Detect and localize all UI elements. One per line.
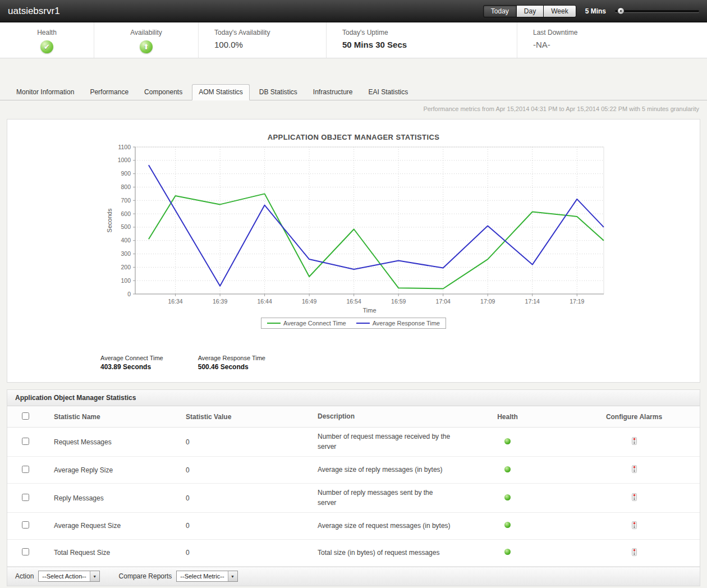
period-button-day[interactable]: Day: [516, 5, 544, 17]
status-label: Health: [37, 29, 57, 36]
statistic-description: Number of request message received by th…: [312, 428, 480, 457]
period-button-today[interactable]: Today: [483, 5, 517, 17]
tab-db-statistics[interactable]: DB Statistics: [253, 85, 304, 100]
svg-text:0: 0: [127, 291, 131, 297]
statistic-value: 0: [180, 512, 312, 539]
period-button-week[interactable]: Week: [543, 5, 576, 17]
tab-performance[interactable]: Performance: [84, 85, 135, 100]
summary-stats: Average Connect Time403.89 SecondsAverag…: [100, 355, 700, 371]
row-checkbox[interactable]: [22, 494, 29, 501]
compare-reports-label: Compare Reports: [119, 572, 172, 580]
dropdown-arrow-icon[interactable]: ▼: [228, 571, 237, 581]
configure-alarm-icon[interactable]: [632, 493, 637, 503]
stats-table-body: Request Messages0Number of request messa…: [7, 428, 700, 567]
configure-alarm-icon[interactable]: [632, 437, 637, 447]
svg-text:16:49: 16:49: [302, 298, 316, 305]
statistic-name: Total Request Size: [48, 539, 180, 566]
tab-eai-statistics[interactable]: EAI Statistics: [362, 85, 415, 100]
interval-label: 5 Mins: [585, 7, 606, 15]
statistic-name: Average Request Size: [48, 512, 180, 539]
column-header-configure-alarms: Configure Alarms: [534, 406, 700, 428]
tab-components[interactable]: Components: [138, 85, 189, 100]
tab-infrastructure[interactable]: Infrastructure: [307, 85, 359, 100]
configure-alarms-cell: [534, 484, 700, 513]
summary-value: 403.89 Seconds: [100, 363, 163, 371]
svg-text:400: 400: [121, 237, 131, 244]
legend-item-average-connect-time: Average Connect Time: [267, 320, 346, 327]
statistic-description: Total size (in bytes) of request message…: [312, 539, 480, 566]
x-axis-label: Time: [362, 307, 376, 314]
configure-alarm-icon[interactable]: [632, 548, 637, 558]
status-availability: Availability⬆: [94, 22, 199, 58]
slider-knob[interactable]: [617, 7, 625, 15]
column-header-statistic-value: Statistic Value: [180, 406, 312, 428]
row-checkbox[interactable]: [22, 438, 29, 445]
aom-chart: 01002003004005006007008009001000110016:3…: [7, 143, 700, 316]
statistic-name: Reply Messages: [48, 484, 180, 513]
header-controls: TodayDayWeek 5 Mins: [483, 5, 699, 17]
action-select[interactable]: --Select Action-- ▼: [38, 571, 99, 582]
table-row-total-request-size: Total Request Size0Total size (in bytes)…: [7, 539, 700, 566]
interval-slider[interactable]: [615, 10, 699, 12]
chart-svg: 01002003004005006007008009001000110016:3…: [7, 143, 700, 316]
row-checkbox[interactable]: [22, 548, 29, 555]
stats-table-panel: Application Object Manager Statistics St…: [7, 389, 700, 567]
legend-line-swatch: [267, 323, 281, 324]
table-row-reply-messages: Reply Messages0Number of reply messages …: [7, 484, 700, 513]
summary-label: Average Response Time: [198, 355, 265, 361]
column-header-health: Health: [480, 406, 534, 428]
summary-average-response-time: Average Response Time500.46 Seconds: [198, 355, 265, 371]
health-cell: [480, 512, 534, 539]
configure-alarm-icon[interactable]: [632, 521, 637, 531]
metrics-note: Performance metrics from Apr 15,2014 04:…: [0, 100, 707, 112]
status-value: 100.0%: [214, 40, 326, 49]
compare-metric-select[interactable]: --Select Metric-- ▼: [176, 571, 237, 582]
svg-text:16:39: 16:39: [213, 298, 227, 305]
action-select-value: --Select Action--: [39, 571, 89, 581]
row-checkbox[interactable]: [22, 521, 29, 529]
statistic-value: 0: [180, 484, 312, 513]
health-cell: [480, 484, 534, 513]
legend-line-swatch: [356, 323, 370, 324]
status-last-downtime: Last Downtime-NA-: [517, 22, 707, 58]
tab-monitor-information[interactable]: Monitor Information: [10, 85, 80, 100]
configure-alarms-cell: [534, 457, 700, 484]
summary-value: 500.46 Seconds: [198, 363, 265, 371]
svg-text:1000: 1000: [118, 157, 131, 163]
action-label: Action: [15, 572, 34, 580]
statistic-description: Average size of request messages (in byt…: [312, 512, 480, 539]
statistic-description: Number of reply messages sent by the ser…: [312, 484, 480, 513]
summary-average-connect-time: Average Connect Time403.89 Seconds: [100, 355, 163, 371]
row-checkbox-cell: [7, 512, 48, 539]
status-today-s-availability: Today's Availability100.0%: [199, 22, 327, 58]
svg-text:500: 500: [121, 223, 131, 230]
configure-alarms-cell: [534, 539, 700, 566]
svg-text:16:34: 16:34: [168, 298, 182, 305]
svg-text:100: 100: [121, 277, 131, 284]
legend-label: Average Response Time: [373, 320, 440, 327]
status-health: Health✔: [0, 22, 94, 58]
select-all-checkbox[interactable]: [22, 412, 29, 420]
health-ok-icon: [504, 466, 511, 472]
statistic-value: 0: [180, 428, 312, 457]
health-ok-icon: [504, 494, 511, 500]
row-checkbox[interactable]: [22, 466, 29, 473]
svg-text:800: 800: [121, 183, 131, 190]
stats-table: Statistic NameStatistic ValueDescription…: [7, 406, 700, 567]
svg-text:17:09: 17:09: [480, 298, 495, 305]
statistic-name: Average Reply Size: [48, 457, 180, 484]
configure-alarm-icon[interactable]: [632, 465, 637, 475]
chart-panel: APPLICATION OBJECT MANAGER STATISTICS 01…: [7, 119, 700, 383]
dropdown-arrow-icon[interactable]: ▼: [90, 571, 99, 581]
health-cell: [480, 539, 534, 566]
row-checkbox-cell: [7, 484, 48, 513]
svg-text:17:14: 17:14: [525, 298, 540, 305]
status-value: -NA-: [533, 40, 707, 49]
svg-text:900: 900: [121, 170, 131, 177]
svg-text:200: 200: [121, 264, 131, 270]
svg-text:700: 700: [121, 197, 131, 204]
tab-aom-statistics[interactable]: AOM Statistics: [192, 84, 250, 100]
row-checkbox-cell: [7, 457, 48, 484]
y-axis-label: Seconds: [106, 208, 113, 232]
table-row-request-messages: Request Messages0Number of request messa…: [7, 428, 700, 457]
